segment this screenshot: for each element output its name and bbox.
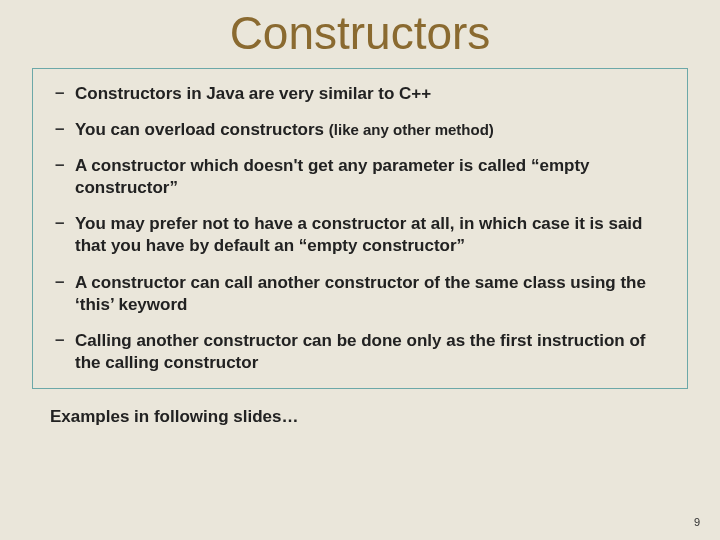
bullet-dash-icon: – bbox=[53, 213, 75, 257]
list-item: – Calling another constructor can be don… bbox=[53, 330, 667, 374]
bullet-dash-icon: – bbox=[53, 272, 75, 316]
bullet-dash-icon: – bbox=[53, 119, 75, 141]
bullet-text-main: You can overload constructors bbox=[75, 120, 329, 139]
list-item: – You may prefer not to have a construct… bbox=[53, 213, 667, 257]
list-item: – Constructors in Java are very similar … bbox=[53, 83, 667, 105]
footer-note: Examples in following slides… bbox=[50, 407, 720, 427]
content-box: – Constructors in Java are very similar … bbox=[32, 68, 688, 389]
bullet-text-small: (like any other method) bbox=[329, 121, 494, 138]
slide-title: Constructors bbox=[0, 0, 720, 64]
page-number: 9 bbox=[694, 516, 700, 528]
bullet-text: You may prefer not to have a constructor… bbox=[75, 213, 667, 257]
bullet-dash-icon: – bbox=[53, 155, 75, 199]
bullet-text: A constructor which doesn't get any para… bbox=[75, 155, 667, 199]
bullet-text: You can overload constructors (like any … bbox=[75, 119, 667, 141]
list-item: – A constructor can call another constru… bbox=[53, 272, 667, 316]
bullet-text: A constructor can call another construct… bbox=[75, 272, 667, 316]
bullet-dash-icon: – bbox=[53, 83, 75, 105]
list-item: – You can overload constructors (like an… bbox=[53, 119, 667, 141]
bullet-dash-icon: – bbox=[53, 330, 75, 374]
bullet-text: Constructors in Java are very similar to… bbox=[75, 83, 667, 105]
list-item: – A constructor which doesn't get any pa… bbox=[53, 155, 667, 199]
bullet-text: Calling another constructor can be done … bbox=[75, 330, 667, 374]
